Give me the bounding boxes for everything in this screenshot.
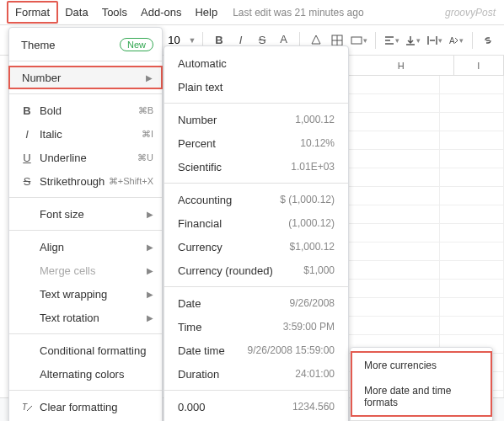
cell[interactable] [440, 280, 504, 297]
cell[interactable] [440, 317, 504, 334]
menu-item-strikethrough[interactable]: S Strikethrough ⌘+Shift+X [9, 169, 162, 193]
watermark: groovyPost [445, 7, 496, 19]
number-submenu: Automatic Plain text Number1,000.12 Perc… [164, 45, 349, 421]
chevron-down-icon: ▾ [363, 36, 367, 45]
menu-item-align[interactable]: Align ▶ [9, 235, 162, 258]
keyboard-shortcut: ⌘B [138, 105, 153, 116]
menu-label: Number [22, 72, 146, 84]
menu-label: Theme [21, 39, 120, 51]
menu-item-time[interactable]: Time3:59:00 PM [164, 315, 348, 338]
menu-item-scientific[interactable]: Scientific1.01E+03 [164, 155, 348, 179]
svg-line-12 [27, 406, 32, 411]
format-sample: 9/26/2008 15:59:00 [248, 344, 335, 356]
cell[interactable] [440, 131, 504, 149]
keyboard-shortcut: ⌘+Shift+X [109, 176, 153, 187]
chevron-down-icon: ▾ [395, 36, 399, 45]
menu-label: Conditional formatting [40, 344, 153, 357]
column-header-h[interactable]: H [349, 56, 454, 75]
menu-separator [164, 103, 348, 104]
menu-item-financial[interactable]: Financial(1,000.12) [164, 211, 348, 235]
menu-tools[interactable]: Tools [95, 3, 134, 22]
chevron-right-icon: ▶ [147, 210, 153, 219]
menu-separator [9, 197, 162, 198]
menu-data[interactable]: Data [58, 3, 94, 22]
cell[interactable] [440, 205, 504, 223]
menu-separator [164, 390, 348, 391]
format-sample: $1,000 [303, 264, 335, 276]
strikethrough-icon: S [18, 175, 36, 188]
chevron-right-icon: ▶ [147, 313, 153, 322]
menu-item-more-currencies[interactable]: More currencies [352, 353, 491, 378]
italic-icon: I [18, 128, 36, 141]
menu-label: Text rotation [40, 312, 147, 324]
edit-status[interactable]: Last edit was 21 minutes ago [233, 7, 363, 19]
link-button[interactable] [479, 30, 497, 51]
highlight-box: More currencies More date and time forma… [351, 351, 492, 417]
menu-addons[interactable]: Add-ons [134, 3, 188, 22]
menu-item-number[interactable]: Number ▶ [8, 66, 163, 89]
menu-item-currency[interactable]: Currency$1,000.12 [164, 235, 348, 258]
cell[interactable] [440, 113, 504, 131]
menu-item-date[interactable]: Date9/26/2008 [164, 291, 348, 315]
menu-item-more-date-time[interactable]: More date and time formats [352, 378, 491, 415]
horizontal-align-button[interactable]: ▾ [383, 30, 401, 51]
chevron-right-icon: ▶ [147, 290, 153, 299]
menu-item-plain-text[interactable]: Plain text [164, 75, 348, 99]
menu-item-number-format[interactable]: Number1,000.12 [164, 108, 348, 131]
cell[interactable] [440, 150, 504, 168]
menu-item-conditional-formatting[interactable]: Conditional formatting [9, 338, 162, 362]
cell[interactable] [440, 224, 504, 242]
menu-label: Strikethrough [40, 175, 109, 188]
cell[interactable] [440, 242, 504, 260]
menu-item-accounting[interactable]: Accounting$ (1,000.12) [164, 188, 348, 211]
menu-item-currency-rounded[interactable]: Currency (rounded)$1,000 [164, 258, 348, 282]
menu-item-theme[interactable]: Theme New [9, 33, 162, 56]
svg-text:A: A [449, 36, 455, 45]
menu-help[interactable]: Help [188, 3, 224, 22]
cell[interactable] [440, 76, 504, 93]
cell[interactable] [440, 298, 504, 316]
menu-item-merge-cells: Merge cells ▶ [9, 258, 162, 282]
new-badge: New [120, 38, 153, 51]
font-size-input[interactable] [162, 34, 187, 46]
menu-item-duration[interactable]: Duration24:01:00 [164, 362, 348, 386]
menu-item-text-rotation[interactable]: Text rotation ▶ [9, 306, 162, 329]
format-sample: 3:59:00 PM [283, 321, 335, 333]
menu-item-text-wrapping[interactable]: Text wrapping ▶ [9, 282, 162, 306]
menu-format[interactable]: Format [7, 1, 58, 24]
menu-item-zero-format[interactable]: 0.0001234.560 [164, 395, 348, 418]
cell[interactable] [440, 168, 504, 186]
menu-item-underline[interactable]: U Underline ⌘U [9, 146, 162, 169]
menu-item-alternating-colors[interactable]: Alternating colors [9, 362, 162, 386]
text-rotation-button[interactable]: A▾ [447, 30, 465, 51]
menubar: Format Data Tools Add-ons Help Last edit… [0, 0, 504, 25]
cell[interactable] [440, 94, 504, 112]
menu-item-date-time[interactable]: Date time9/26/2008 15:59:00 [164, 338, 348, 362]
svg-rect-3 [351, 37, 362, 44]
text-wrap-button[interactable]: ▾ [426, 30, 444, 51]
font-size-control[interactable]: ▼ [162, 34, 196, 46]
menu-separator [9, 61, 162, 61]
menu-item-automatic[interactable]: Automatic [164, 51, 348, 75]
menu-item-clear-formatting[interactable]: T Clear formatting [9, 395, 162, 418]
chevron-down-icon: ▾ [416, 36, 421, 45]
menu-item-percent[interactable]: Percent10.12% [164, 131, 348, 155]
menu-item-font-size[interactable]: Font size ▶ [9, 202, 162, 226]
chevron-down-icon: ▾ [459, 36, 464, 45]
format-sample: 10.12% [300, 137, 335, 149]
format-dropdown-menu: Theme New Number ▶ B Bold ⌘B I Italic ⌘I… [8, 27, 163, 421]
keyboard-shortcut: ⌘I [142, 129, 153, 140]
menu-item-italic[interactable]: I Italic ⌘I [9, 122, 162, 146]
menu-item-bold[interactable]: B Bold ⌘B [9, 99, 162, 122]
menu-separator [9, 93, 162, 94]
cell[interactable] [440, 187, 504, 205]
cell[interactable] [440, 261, 504, 279]
vertical-align-button[interactable]: ▾ [404, 30, 422, 51]
chevron-down-icon: ▼ [189, 36, 196, 45]
bold-icon: B [18, 104, 36, 117]
format-sample: 9/26/2008 [290, 297, 335, 309]
menu-label: Bold [40, 104, 138, 117]
menu-label: Underline [40, 152, 137, 164]
column-header-i[interactable]: I [454, 56, 505, 75]
merge-cells-button[interactable]: ▾ [350, 30, 368, 51]
